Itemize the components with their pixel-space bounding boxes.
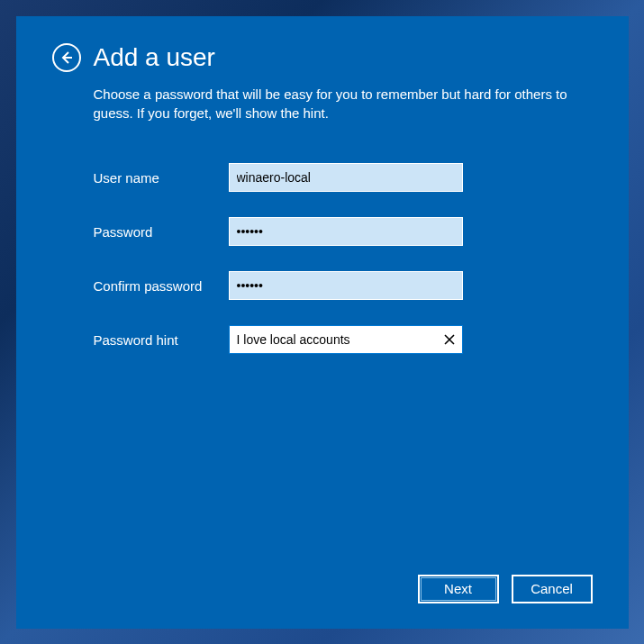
confirm-password-row: Confirm password: [52, 271, 593, 300]
password-label: Password: [94, 224, 229, 240]
username-label: User name: [94, 170, 229, 186]
username-input[interactable]: [229, 163, 463, 192]
password-hint-wrap: [229, 325, 463, 354]
close-icon: [443, 333, 456, 346]
add-user-dialog: Add a user Choose a password that will b…: [16, 16, 629, 629]
back-button[interactable]: [52, 43, 81, 72]
password-hint-label: Password hint: [94, 332, 229, 348]
dialog-title: Add a user: [94, 43, 215, 72]
clear-hint-button[interactable]: [436, 325, 463, 354]
password-row: Password: [52, 217, 593, 246]
dialog-subtitle: Choose a password that will be easy for …: [52, 85, 593, 124]
confirm-password-input[interactable]: [229, 271, 463, 300]
username-row: User name: [52, 163, 593, 192]
arrow-left-icon: [59, 50, 74, 65]
dialog-header: Add a user: [52, 43, 593, 72]
password-input[interactable]: [229, 217, 463, 246]
password-hint-input[interactable]: [229, 325, 463, 354]
confirm-password-label: Confirm password: [94, 278, 229, 294]
password-hint-row: Password hint: [52, 325, 593, 354]
dialog-footer: Next Cancel: [52, 575, 593, 607]
cancel-button[interactable]: Cancel: [512, 575, 593, 603]
next-button[interactable]: Next: [418, 575, 499, 603]
